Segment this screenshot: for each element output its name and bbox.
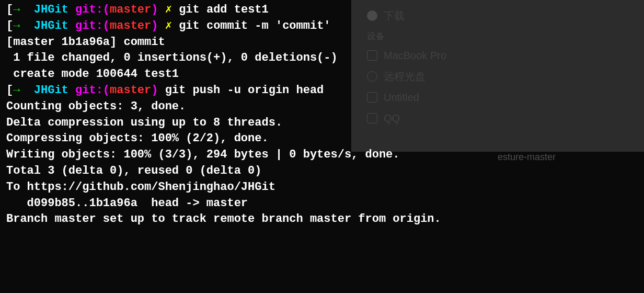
prompt-line-1: [→ JHGit git:(master) ✗ git add test1 bbox=[6, 2, 638, 18]
prompt-git-label: git:( bbox=[75, 84, 110, 97]
command-text-1: git add test1 bbox=[179, 3, 269, 16]
output-line: Compressing objects: 100% (2/2), done. bbox=[6, 131, 638, 147]
prompt-branch: master bbox=[110, 19, 151, 32]
prompt-git-label: git:( bbox=[75, 3, 110, 16]
output-line: Delta compression using up to 8 threads. bbox=[6, 115, 638, 131]
prompt-dirty-icon: ✗ bbox=[165, 19, 172, 32]
prompt-dir: JHGit bbox=[34, 3, 68, 16]
output-line: create mode 100644 test1 bbox=[6, 66, 638, 83]
prompt-branch: master bbox=[110, 84, 151, 97]
command-text-3: git push -u origin head bbox=[165, 84, 324, 97]
prompt-bracket: [ bbox=[6, 19, 13, 32]
prompt-branch: master bbox=[110, 3, 151, 16]
output-line: Writing objects: 100% (3/3), 294 bytes |… bbox=[6, 147, 638, 163]
prompt-git-label: git:( bbox=[75, 19, 110, 32]
output-line: d099b85..1b1a96a head -> master bbox=[6, 196, 638, 212]
prompt-arrow-icon: → bbox=[13, 19, 20, 32]
output-line: Counting objects: 3, done. bbox=[6, 99, 638, 115]
prompt-line-3: [→ JHGit git:(master) git push -u origin… bbox=[6, 83, 638, 99]
prompt-git-close: ) bbox=[151, 84, 158, 97]
prompt-bracket: [ bbox=[6, 84, 13, 97]
prompt-arrow-icon: → bbox=[13, 3, 20, 16]
output-line: Branch master set up to track remote bra… bbox=[6, 211, 638, 228]
prompt-dir: JHGit bbox=[34, 84, 68, 97]
command-text-2: git commit -m 'commit' bbox=[179, 19, 330, 32]
output-line: 1 file changed, 0 insertions(+), 0 delet… bbox=[6, 50, 638, 66]
prompt-dir: JHGit bbox=[34, 19, 68, 32]
prompt-arrow-icon: → bbox=[13, 84, 20, 97]
prompt-git-close: ) bbox=[151, 19, 158, 32]
output-line: [master 1b1a96a] commit bbox=[6, 35, 638, 51]
output-line: To https://github.com/Shenjinghao/JHGit bbox=[6, 179, 638, 196]
prompt-dirty-icon: ✗ bbox=[165, 3, 172, 16]
prompt-bracket: [ bbox=[6, 3, 13, 16]
prompt-line-2: [→ JHGit git:(master) ✗ git commit -m 'c… bbox=[6, 18, 638, 35]
terminal-output[interactable]: [→ JHGit git:(master) ✗ git add test1 [→… bbox=[6, 2, 638, 228]
output-line: Total 3 (delta 0), reused 0 (delta 0) bbox=[6, 163, 638, 179]
prompt-git-close: ) bbox=[151, 3, 158, 16]
